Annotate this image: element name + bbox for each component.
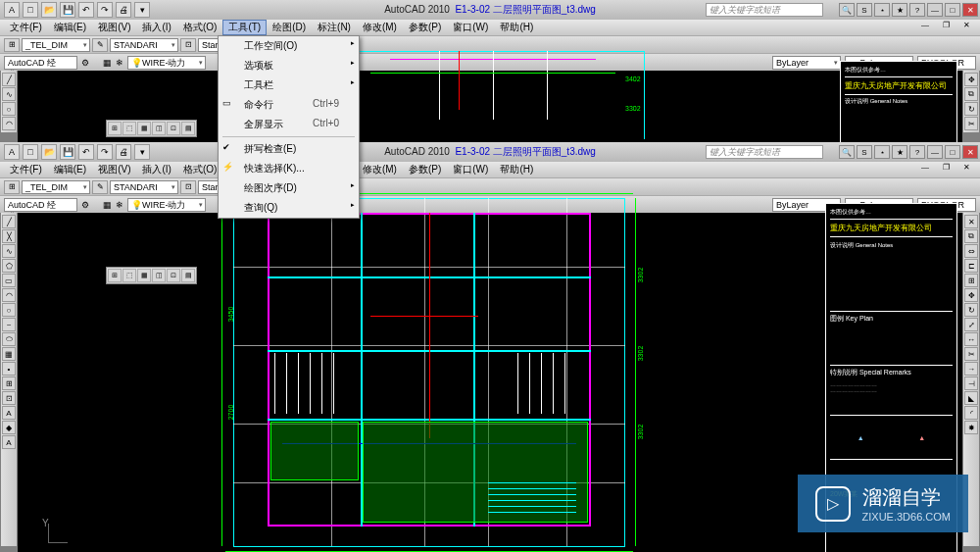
workspace-dropdown[interactable]: AutoCAD 经典 (4, 56, 77, 70)
tool-icon[interactable]: ▦ (137, 122, 151, 135)
favorites-icon[interactable]: ★ (892, 3, 907, 17)
tool-icon[interactable]: ⬚ (122, 269, 136, 282)
qat-dropdown-icon[interactable]: ▾ (134, 2, 150, 18)
rotate-icon[interactable]: ↻ (964, 102, 978, 116)
menu-item-draworder[interactable]: 绘图次序(D)▸ (219, 178, 359, 198)
doc-restore-icon[interactable]: ❐ (937, 162, 956, 173)
doc-close-icon[interactable]: ✕ (957, 162, 976, 173)
trim-icon[interactable]: ✂ (964, 117, 978, 130)
circle-icon[interactable]: ○ (2, 102, 16, 116)
region-icon[interactable]: ◆ (2, 421, 16, 434)
subscription-icon[interactable]: S (857, 3, 872, 17)
tool-icon[interactable]: ⊞ (108, 269, 122, 282)
text-icon[interactable]: A (2, 406, 16, 420)
favorites-icon[interactable]: ★ (892, 145, 907, 159)
redo-icon[interactable]: ↷ (97, 2, 113, 18)
menu-edit[interactable]: 编辑(E) (48, 20, 92, 35)
tool-icon[interactable]: ⊞ (4, 38, 20, 52)
layer-dropdown[interactable]: 💡WIRE-动力 (127, 56, 206, 70)
menu-window[interactable]: 窗口(W) (447, 20, 494, 35)
menu-view[interactable]: 视图(V) (92, 20, 136, 35)
qat-dropdown-icon[interactable]: ▾ (134, 144, 150, 160)
pline-icon[interactable]: ∿ (2, 244, 16, 258)
redo-icon[interactable]: ↷ (97, 144, 113, 160)
tool-icon[interactable]: ⊡ (180, 38, 196, 52)
help-search-input[interactable]: 键入关键字或短语 (706, 145, 823, 159)
block-icon[interactable]: ⊞ (2, 376, 16, 390)
drawing-canvas[interactable]: 3402 3302 本图仅供参考… 重庆九天房地产开发有限公司 设计说明 Gen… (18, 71, 962, 142)
app-menu-icon[interactable]: A (4, 2, 20, 18)
maximize-button[interactable]: □ (945, 145, 960, 159)
menu-help[interactable]: 帮助(H) (494, 20, 539, 35)
workspace-settings-icon[interactable]: ⚙ (81, 58, 89, 68)
tool-icon[interactable]: ✎ (92, 180, 108, 194)
text-style-dropdown[interactable]: STANDARI (110, 38, 178, 52)
layer-icon[interactable]: ❄ (116, 58, 123, 68)
line-icon[interactable]: ╱ (2, 73, 16, 86)
maximize-button[interactable]: □ (945, 3, 960, 17)
trim-icon[interactable]: ✂ (964, 347, 978, 361)
infocenter-icon[interactable]: 🔍 (839, 145, 855, 159)
mtext-icon[interactable]: A (2, 435, 16, 449)
undo-icon[interactable]: ↶ (78, 144, 94, 160)
menu-dimension[interactable]: 标注(N) (312, 20, 357, 35)
help-icon[interactable]: ? (909, 145, 925, 159)
help-icon[interactable]: ? (909, 3, 925, 17)
break-icon[interactable]: ⊣ (964, 376, 978, 390)
minimize-button[interactable]: — (927, 145, 943, 159)
save-icon[interactable]: 💾 (60, 2, 75, 18)
menu-edit[interactable]: 编辑(E) (48, 162, 92, 177)
tool-icon[interactable]: ⊞ (4, 180, 20, 194)
arc-icon[interactable]: ◠ (2, 288, 16, 302)
menu-insert[interactable]: 插入(I) (136, 20, 176, 35)
copy-icon[interactable]: ⧉ (964, 229, 978, 243)
stretch-icon[interactable]: ↔ (964, 332, 978, 346)
mirror-icon[interactable]: ⇔ (964, 244, 978, 258)
layer-icon[interactable]: ▦ (103, 58, 112, 68)
subscription-icon[interactable]: S (857, 145, 872, 159)
menu-item-inquiry[interactable]: 查询(Q)▸ (219, 198, 359, 218)
tool-icon[interactable]: ◫ (152, 269, 166, 282)
ellipse-icon[interactable]: ⬭ (2, 332, 16, 346)
print-icon[interactable]: 🖨 (116, 2, 131, 18)
offset-icon[interactable]: ⊏ (964, 259, 978, 273)
circle-icon[interactable]: ○ (2, 303, 16, 317)
menu-format[interactable]: 格式(O) (177, 20, 222, 35)
workspace-dropdown[interactable]: AutoCAD 经典 (4, 198, 77, 212)
new-icon[interactable]: □ (23, 2, 38, 18)
menu-item-commandline[interactable]: ▭命令行Ctrl+9 (219, 95, 359, 115)
comm-icon[interactable]: ⋆ (874, 3, 890, 17)
menu-item-quickselect[interactable]: ⚡快速选择(K)... (219, 159, 359, 178)
move-icon[interactable]: ✥ (964, 73, 978, 86)
save-icon[interactable]: 💾 (60, 144, 75, 160)
menu-file[interactable]: 文件(F) (4, 162, 48, 177)
text-style-dropdown[interactable]: STANDARI (110, 180, 178, 194)
tool-icon[interactable]: ▦ (137, 269, 151, 282)
close-button[interactable]: ✕ (962, 145, 978, 159)
dim-style-dropdown[interactable]: _TEL_DIM (22, 38, 90, 52)
layer-dropdown[interactable]: 💡WIRE-动力 (127, 198, 206, 212)
erase-icon[interactable]: ✕ (964, 215, 978, 228)
color-dropdown[interactable]: ByLayer (772, 56, 841, 70)
line-icon[interactable]: ╱ (2, 215, 16, 228)
infocenter-icon[interactable]: 🔍 (839, 3, 855, 17)
menu-item-toolbars[interactable]: 工具栏▸ (219, 75, 359, 95)
menu-view[interactable]: 视图(V) (92, 162, 136, 177)
menu-param[interactable]: 参数(P) (403, 162, 447, 177)
extend-icon[interactable]: → (964, 362, 978, 376)
tool-icon[interactable]: ⬚ (122, 122, 136, 135)
close-button[interactable]: ✕ (962, 3, 978, 17)
menu-item-palette[interactable]: 选项板▸ (219, 56, 359, 75)
tool-icon[interactable]: ⊡ (180, 180, 196, 194)
menu-file[interactable]: 文件(F) (4, 20, 48, 35)
rect-icon[interactable]: ▭ (2, 274, 16, 287)
menu-format[interactable]: 格式(O) (177, 162, 222, 177)
polygon-icon[interactable]: ⬠ (2, 259, 16, 273)
spline-icon[interactable]: ~ (2, 318, 16, 331)
open-icon[interactable]: 📂 (41, 144, 57, 160)
table-icon[interactable]: ⊡ (2, 391, 16, 405)
explode-icon[interactable]: ✸ (964, 421, 978, 434)
tool-icon[interactable]: ⊡ (167, 269, 180, 282)
minimize-button[interactable]: — (927, 3, 943, 17)
floating-toolbar[interactable]: ⊞⬚ ▦◫ ⊡▤ (106, 267, 197, 284)
